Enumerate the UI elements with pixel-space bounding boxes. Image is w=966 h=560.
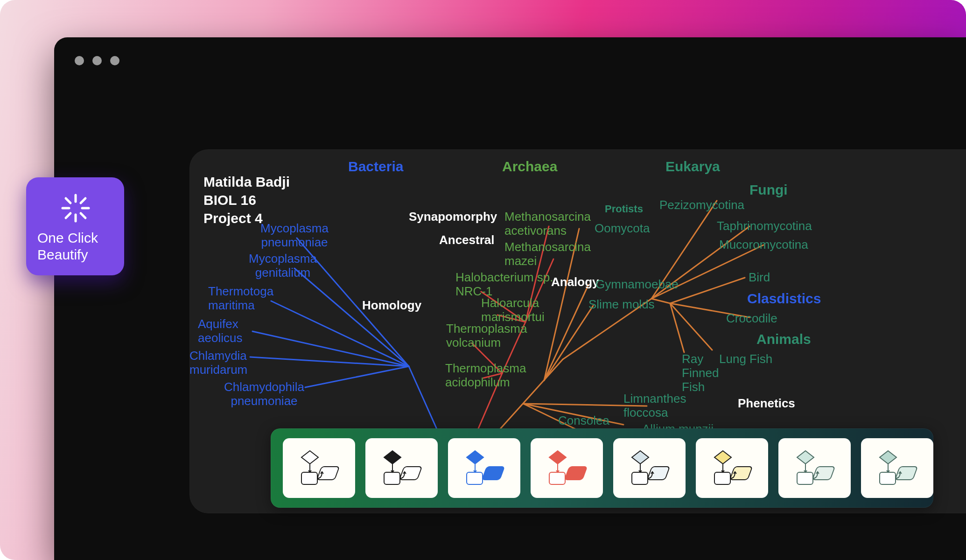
- title-course: BIOL 16: [203, 191, 290, 209]
- taxon-halobacterium-nrc1: Halobacterium sp.NRC-1: [455, 271, 567, 299]
- svg-marker-54: [714, 451, 731, 464]
- taxon-mycoplasma-pneumoniae: Mycoplasmapneumoniae: [252, 222, 336, 250]
- taxon-thermoplasma-acidophilum: Thermoplasmaacidophilum: [445, 362, 539, 390]
- taxon-pezizomycotina: Pezizomycotina: [659, 198, 744, 212]
- header-bacteria: Bacteria: [348, 159, 403, 175]
- taxon-slime-molds: Slime molds: [588, 298, 655, 312]
- svg-line-6: [305, 366, 409, 387]
- taxon-oomycota: Oomycota: [595, 222, 650, 236]
- taxon-aquifex-aeolicus: Aquifexaeolicus: [198, 317, 273, 345]
- svg-marker-39: [301, 451, 318, 464]
- taxon-mucoromycotina: Mucoromycotina: [719, 238, 808, 252]
- taxon-lung-fish: Lung Fish: [719, 352, 772, 366]
- concept-ancestral: Ancestral: [439, 233, 495, 247]
- svg-line-29: [670, 303, 684, 352]
- svg-marker-45: [467, 451, 483, 464]
- svg-rect-40: [301, 472, 317, 484]
- svg-marker-57: [797, 451, 814, 464]
- theme-blue[interactable]: [448, 438, 520, 498]
- group-fungi: Fungi: [749, 182, 788, 198]
- traffic-light-zoom-icon[interactable]: [110, 56, 119, 65]
- sparkle-burst-icon: [59, 191, 92, 225]
- taxon-chlamydia-muridarum: Chlamydiamuridarum: [189, 349, 269, 377]
- svg-marker-51: [632, 451, 649, 464]
- taxon-gymnamoebae: Gymnamoebae: [595, 278, 679, 292]
- traffic-light-minimize-icon[interactable]: [92, 56, 102, 65]
- taxon-methanosarcina-mazei: Methanosarcinamazei: [504, 240, 607, 268]
- concept-phenetics: Phenetics: [738, 397, 795, 411]
- theme-mint-a[interactable]: [778, 438, 851, 498]
- svg-line-2: [294, 268, 409, 366]
- theme-red[interactable]: [531, 438, 603, 498]
- svg-line-5: [250, 357, 409, 366]
- taxon-thermoplasma-volcanium: Thermoplasmavolcanium: [446, 322, 539, 350]
- title-author: Matilda Badji: [203, 173, 290, 191]
- svg-rect-46: [467, 472, 483, 484]
- theme-slate[interactable]: [613, 438, 686, 498]
- project-title: Matilda Badji BIOL 16 Project 4: [203, 173, 290, 227]
- svg-line-36: [81, 213, 85, 218]
- svg-rect-61: [880, 472, 896, 484]
- window-traffic-lights: [75, 56, 119, 65]
- taxon-limnanthes-floccosa: Limnanthesfloccosa: [623, 392, 707, 420]
- theme-outline-black[interactable]: [365, 438, 438, 498]
- traffic-light-close-icon[interactable]: [75, 56, 84, 65]
- theme-yellow[interactable]: [696, 438, 768, 498]
- svg-marker-42: [384, 451, 401, 464]
- beautify-label: One ClickBeautify: [37, 230, 98, 263]
- theme-outline-white[interactable]: [283, 438, 355, 498]
- svg-line-37: [81, 198, 85, 203]
- svg-rect-43: [384, 472, 400, 484]
- svg-line-35: [66, 198, 70, 203]
- concept-cladistics: Clasdistics: [747, 291, 821, 307]
- header-archaea: Archaea: [502, 159, 557, 175]
- svg-line-4: [252, 331, 409, 366]
- svg-marker-60: [880, 451, 896, 464]
- group-protists: Protists: [605, 203, 643, 215]
- taxon-mycoplasma-genitalium: Mycoplasmagenitalium: [241, 252, 325, 280]
- header-eukarya: Eukarya: [665, 159, 720, 175]
- taxon-crocodile: Crocodile: [726, 312, 777, 326]
- taxon-thermotoga-maritima: Thermotogamaritima: [208, 285, 292, 313]
- taxon-chlamydophila-pneumoniae: Chlamydophilapneumoniae: [215, 380, 313, 408]
- concept-synapomorphy: Synapomorphy: [409, 210, 497, 224]
- svg-rect-52: [632, 472, 648, 484]
- svg-rect-49: [549, 472, 565, 484]
- svg-line-30: [670, 303, 712, 350]
- theme-mint-b[interactable]: [861, 438, 933, 498]
- svg-marker-48: [549, 451, 566, 464]
- svg-rect-55: [714, 472, 730, 484]
- stage: Matilda Badji BIOL 16 Project 4 Bacteria…: [0, 0, 966, 560]
- concept-homology: Homology: [362, 299, 421, 313]
- group-animals: Animals: [756, 331, 811, 348]
- svg-line-38: [66, 213, 70, 218]
- svg-line-27: [670, 278, 745, 303]
- taxon-haloarcula-marismortui: Haloarculamarismortui: [481, 296, 574, 324]
- taxon-methanosarcina-acetivorans: Methanosarcinaacetivorans: [504, 210, 607, 238]
- taxon-bird: Bird: [749, 271, 770, 285]
- theme-picker-strip: [271, 428, 933, 508]
- one-click-beautify-card[interactable]: One ClickBeautify: [26, 177, 124, 275]
- svg-rect-58: [797, 472, 813, 484]
- taxon-taphrinomycotina: Taphrinomycotina: [717, 219, 812, 233]
